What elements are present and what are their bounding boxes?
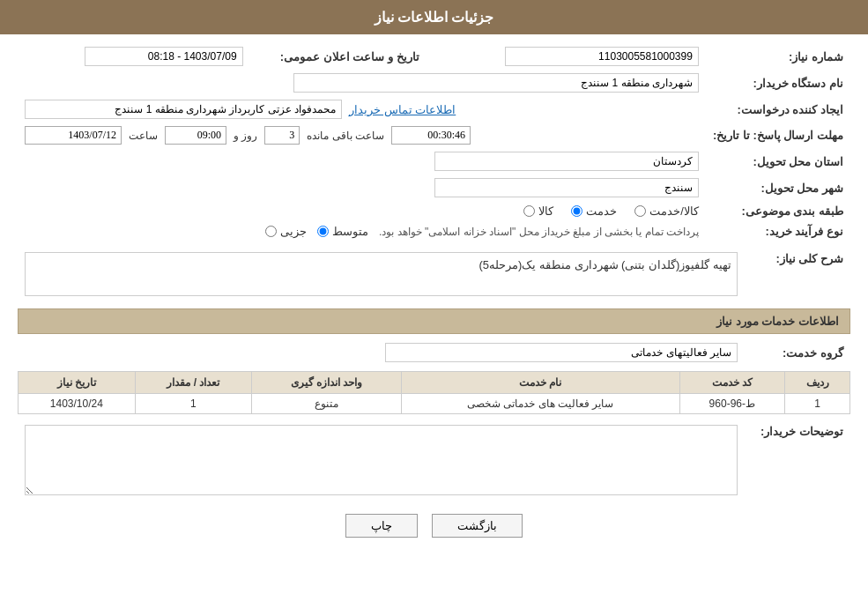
contact-link[interactable]: اطلاعات تماس خریدار [349,103,456,116]
remaining-label: ساعت باقی مانده [307,130,384,142]
buyer-notes-textarea[interactable] [25,425,738,495]
category-row: طبقه بندی موضوعی: کالا/خدمت خدمت [18,201,850,221]
description-text: تهیه گلفیوز(گلدان بتنی) شهرداری منطقه یک… [479,258,731,271]
service-group-row: گروه خدمت: [18,339,850,366]
buyer-notes-label: توضیحات خریدار: [745,421,850,501]
radio-kala[interactable]: کالا [523,204,553,218]
col-row: ردیف [785,372,850,394]
main-content: شماره نیاز: تاریخ و ساعت اعلان عمومی: نا… [0,34,868,559]
purchase-type-row: نوع فرآیند خرید: پرداخت تمام یا بخشی از … [18,221,850,241]
row-quantity: 1 [135,394,252,414]
need-number-input[interactable] [505,47,699,66]
description-row: شرح کلی نیاز: تهیه گلفیوز(گلدان بتنی) شه… [18,249,850,300]
province-label: استان محل تحویل: [706,148,850,175]
deadline-label: مهلت ارسال پاسخ: تا تاریخ: [706,123,850,148]
buyer-notes-row: توضیحات خریدار: [18,421,850,501]
services-section-title: اطلاعات خدمات مورد نیاز [18,308,850,334]
description-label: شرح کلی نیاز: [745,249,850,300]
deadline-date-input[interactable] [25,126,122,145]
requester-input[interactable] [25,100,342,119]
time-label: ساعت [129,130,158,142]
col-unit: واحد اندازه گیری [252,372,402,394]
page-wrapper: جزئیات اطلاعات نیاز شماره نیاز: تاریخ و … [0,0,868,609]
buttons-row: بازگشت چاپ [18,501,850,550]
radio-khadamat[interactable]: خدمت [571,204,617,218]
row-name: سایر فعالیت های خدماتی شخصی [402,394,680,414]
row-unit: متنوع [252,394,402,414]
province-input[interactable] [434,152,699,171]
row-number: 1 [785,394,850,414]
print-button[interactable]: چاپ [345,514,418,538]
description-section: شرح کلی نیاز: تهیه گلفیوز(گلدان بتنی) شه… [18,249,850,300]
table-row: 1 ط-96-960 سایر فعالیت های خدماتی شخصی م… [19,394,850,414]
requester-label: ایجاد کننده درخواست: [706,96,850,123]
days-input[interactable] [264,126,300,145]
service-group-table: گروه خدمت: [18,339,850,366]
category-label: طبقه بندی موضوعی: [706,201,850,221]
need-number-label: شماره نیاز: [706,43,850,70]
purchase-type-label: نوع فرآیند خرید: [706,221,850,241]
requester-row: ایجاد کننده درخواست: اطلاعات تماس خریدار [18,96,850,123]
col-quantity: تعداد / مقدار [135,372,252,394]
row-code: ط-96-960 [679,394,784,414]
need-number-row: شماره نیاز: تاریخ و ساعت اعلان عمومی: [18,43,850,70]
page-title: جزئیات اطلاعات نیاز [375,10,494,25]
page-header: جزئیات اطلاعات نیاز [0,0,868,34]
radio-jozvi[interactable]: جزیی [265,225,307,238]
time-input[interactable] [165,126,226,145]
description-box: تهیه گلفیوز(گلدان بتنی) شهرداری منطقه یک… [25,252,738,296]
service-group-input[interactable] [385,343,738,362]
info-table: شماره نیاز: تاریخ و ساعت اعلان عمومی: نا… [18,43,850,241]
buyer-notes-section: توضیحات خریدار: [18,421,850,501]
purchase-notice: پرداخت تمام یا بخشی از مبلغ خریداز محل "… [379,226,699,238]
col-date: تاریخ نیاز [19,372,136,394]
announce-date-label: تاریخ و ساعت اعلان عمومی: [250,43,427,70]
back-button[interactable]: بازگشت [432,514,523,538]
org-name-row: نام دستگاه خریدار: [18,70,850,96]
city-row: شهر محل تحویل: [18,175,850,201]
days-label: روز و [234,130,257,142]
org-name-input[interactable] [293,73,699,93]
remaining-time-input[interactable] [391,126,471,145]
city-input[interactable] [434,178,699,197]
col-name: نام خدمت [402,372,680,394]
services-table-header: ردیف کد خدمت نام خدمت واحد اندازه گیری ت… [19,372,850,394]
col-code: کد خدمت [679,372,784,394]
deadline-row: مهلت ارسال پاسخ: تا تاریخ: ساعت باقی مان… [18,123,850,148]
province-row: استان محل تحویل: [18,148,850,175]
org-name-label: نام دستگاه خریدار: [706,70,850,96]
services-table: ردیف کد خدمت نام خدمت واحد اندازه گیری ت… [18,371,850,414]
announce-date-input[interactable] [85,47,243,66]
radio-kala-khadamat[interactable]: کالا/خدمت [634,204,699,218]
row-date: 1403/10/24 [19,394,136,414]
radio-motavasset[interactable]: متوسط [317,225,368,238]
service-group-label: گروه خدمت: [745,339,850,366]
city-label: شهر محل تحویل: [706,175,850,201]
